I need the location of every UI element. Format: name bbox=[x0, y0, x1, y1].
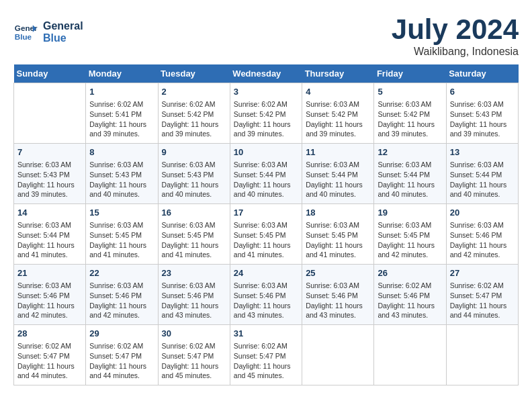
logo-text-blue: Blue bbox=[43, 32, 83, 44]
sunrise-text: Sunrise: 6:03 AM bbox=[162, 281, 226, 291]
sunrise-text: Sunrise: 6:02 AM bbox=[162, 341, 226, 351]
day-number: 30 bbox=[162, 328, 226, 340]
sunrise-text: Sunrise: 6:03 AM bbox=[162, 160, 226, 170]
sunset-text: Sunset: 5:43 PM bbox=[89, 170, 154, 180]
sunrise-text: Sunrise: 6:03 AM bbox=[306, 281, 370, 291]
daylight-text: Daylight: 11 hours bbox=[17, 180, 82, 190]
sunset-text: Sunset: 5:47 PM bbox=[89, 351, 154, 361]
sunrise-text: Sunrise: 6:03 AM bbox=[89, 281, 154, 291]
daylight-text: Daylight: 11 hours bbox=[89, 180, 154, 190]
subtitle: Waiklibang, Indonesia bbox=[392, 46, 519, 58]
day-number: 20 bbox=[450, 207, 515, 219]
daylight-text: Daylight: 11 hours bbox=[162, 180, 226, 190]
day-number: 4 bbox=[306, 86, 370, 98]
calendar-cell: 27Sunrise: 6:02 AMSunset: 5:47 PMDayligh… bbox=[446, 265, 518, 325]
day-number: 12 bbox=[378, 146, 442, 158]
sunrise-text: Sunrise: 6:03 AM bbox=[234, 160, 298, 170]
daylight-text: Daylight: 11 hours bbox=[450, 240, 515, 250]
sunrise-text: Sunrise: 6:03 AM bbox=[17, 281, 82, 291]
sunset-text: Sunset: 5:42 PM bbox=[162, 109, 226, 120]
day-number: 17 bbox=[234, 207, 298, 219]
sunset-text: Sunset: 5:45 PM bbox=[306, 230, 370, 240]
sunrise-text: Sunrise: 6:03 AM bbox=[450, 99, 515, 109]
daylight-text: Daylight: 11 hours bbox=[234, 180, 298, 190]
daylight-text-cont: and 42 minutes. bbox=[89, 310, 154, 320]
calendar-cell: 23Sunrise: 6:03 AMSunset: 5:46 PMDayligh… bbox=[158, 265, 230, 325]
sunset-text: Sunset: 5:46 PM bbox=[89, 291, 154, 301]
calendar-cell: 18Sunrise: 6:03 AMSunset: 5:45 PMDayligh… bbox=[302, 204, 374, 265]
sunset-text: Sunset: 5:46 PM bbox=[17, 291, 82, 301]
sunset-text: Sunset: 5:46 PM bbox=[234, 291, 298, 301]
header-monday: Monday bbox=[86, 64, 158, 83]
daylight-text: Daylight: 11 hours bbox=[234, 301, 298, 311]
daylight-text-cont: and 41 minutes. bbox=[162, 250, 226, 260]
sunrise-text: Sunrise: 6:03 AM bbox=[378, 99, 442, 109]
calendar-table: SundayMondayTuesdayWednesdayThursdayFrid… bbox=[13, 64, 519, 385]
calendar-week-row: 7Sunrise: 6:03 AMSunset: 5:43 PMDaylight… bbox=[14, 144, 519, 204]
header-wednesday: Wednesday bbox=[230, 64, 302, 83]
sunrise-text: Sunrise: 6:03 AM bbox=[450, 160, 515, 170]
calendar-week-row: 14Sunrise: 6:03 AMSunset: 5:44 PMDayligh… bbox=[14, 204, 519, 265]
header-thursday: Thursday bbox=[302, 64, 374, 83]
calendar-cell: 29Sunrise: 6:02 AMSunset: 5:47 PMDayligh… bbox=[86, 325, 158, 385]
calendar-cell: 21Sunrise: 6:03 AMSunset: 5:46 PMDayligh… bbox=[14, 265, 86, 325]
day-number: 27 bbox=[450, 267, 515, 279]
daylight-text-cont: and 43 minutes. bbox=[306, 310, 370, 320]
daylight-text-cont: and 40 minutes. bbox=[378, 189, 442, 199]
calendar-cell: 31Sunrise: 6:02 AMSunset: 5:47 PMDayligh… bbox=[230, 325, 302, 385]
day-number: 31 bbox=[234, 328, 298, 340]
calendar-week-row: 21Sunrise: 6:03 AMSunset: 5:46 PMDayligh… bbox=[14, 265, 519, 325]
day-number: 2 bbox=[162, 86, 226, 98]
sunset-text: Sunset: 5:44 PM bbox=[17, 230, 82, 240]
header-sunday: Sunday bbox=[14, 64, 86, 83]
day-number: 24 bbox=[234, 267, 298, 279]
daylight-text: Daylight: 11 hours bbox=[234, 361, 298, 371]
calendar-cell: 25Sunrise: 6:03 AMSunset: 5:46 PMDayligh… bbox=[302, 265, 374, 325]
daylight-text: Daylight: 11 hours bbox=[162, 120, 226, 130]
daylight-text-cont: and 43 minutes. bbox=[378, 310, 442, 320]
daylight-text-cont: and 40 minutes. bbox=[162, 189, 226, 199]
sunset-text: Sunset: 5:47 PM bbox=[234, 351, 298, 361]
day-number: 1 bbox=[89, 86, 154, 98]
sunrise-text: Sunrise: 6:02 AM bbox=[162, 99, 226, 109]
calendar-header-row: SundayMondayTuesdayWednesdayThursdayFrid… bbox=[14, 64, 519, 83]
sunset-text: Sunset: 5:45 PM bbox=[162, 230, 226, 240]
logo-text-general: General bbox=[43, 20, 83, 32]
daylight-text-cont: and 39 minutes. bbox=[17, 189, 82, 199]
logo: General Blue General Blue bbox=[13, 20, 83, 44]
daylight-text: Daylight: 11 hours bbox=[162, 361, 226, 371]
daylight-text-cont: and 42 minutes. bbox=[378, 250, 442, 260]
daylight-text: Daylight: 11 hours bbox=[306, 180, 370, 190]
daylight-text-cont: and 39 minutes. bbox=[234, 129, 298, 139]
calendar-cell: 6Sunrise: 6:03 AMSunset: 5:43 PMDaylight… bbox=[446, 83, 518, 144]
sunset-text: Sunset: 5:44 PM bbox=[306, 170, 370, 180]
daylight-text: Daylight: 11 hours bbox=[378, 120, 442, 130]
daylight-text-cont: and 43 minutes. bbox=[162, 310, 226, 320]
sunrise-text: Sunrise: 6:03 AM bbox=[306, 99, 370, 109]
calendar-cell: 4Sunrise: 6:03 AMSunset: 5:42 PMDaylight… bbox=[302, 83, 374, 144]
calendar-cell: 12Sunrise: 6:03 AMSunset: 5:44 PMDayligh… bbox=[374, 144, 446, 204]
daylight-text-cont: and 40 minutes. bbox=[234, 189, 298, 199]
day-number: 22 bbox=[89, 267, 154, 279]
logo-icon: General Blue bbox=[13, 20, 38, 44]
day-number: 26 bbox=[378, 267, 442, 279]
day-number: 11 bbox=[306, 146, 370, 158]
calendar-cell: 28Sunrise: 6:02 AMSunset: 5:47 PMDayligh… bbox=[14, 325, 86, 385]
daylight-text: Daylight: 11 hours bbox=[17, 301, 82, 311]
sunset-text: Sunset: 5:46 PM bbox=[162, 291, 226, 301]
daylight-text: Daylight: 11 hours bbox=[234, 240, 298, 250]
day-number: 6 bbox=[450, 86, 515, 98]
daylight-text: Daylight: 11 hours bbox=[17, 240, 82, 250]
calendar-cell: 19Sunrise: 6:03 AMSunset: 5:45 PMDayligh… bbox=[374, 204, 446, 265]
calendar-cell bbox=[14, 83, 86, 144]
sunset-text: Sunset: 5:47 PM bbox=[162, 351, 226, 361]
sunrise-text: Sunrise: 6:03 AM bbox=[89, 220, 154, 230]
sunrise-text: Sunrise: 6:02 AM bbox=[450, 281, 515, 291]
daylight-text: Daylight: 11 hours bbox=[378, 180, 442, 190]
sunset-text: Sunset: 5:45 PM bbox=[234, 230, 298, 240]
daylight-text: Daylight: 11 hours bbox=[234, 120, 298, 130]
sunrise-text: Sunrise: 6:02 AM bbox=[234, 341, 298, 351]
calendar-cell: 11Sunrise: 6:03 AMSunset: 5:44 PMDayligh… bbox=[302, 144, 374, 204]
daylight-text: Daylight: 11 hours bbox=[89, 301, 154, 311]
sunset-text: Sunset: 5:43 PM bbox=[17, 170, 82, 180]
